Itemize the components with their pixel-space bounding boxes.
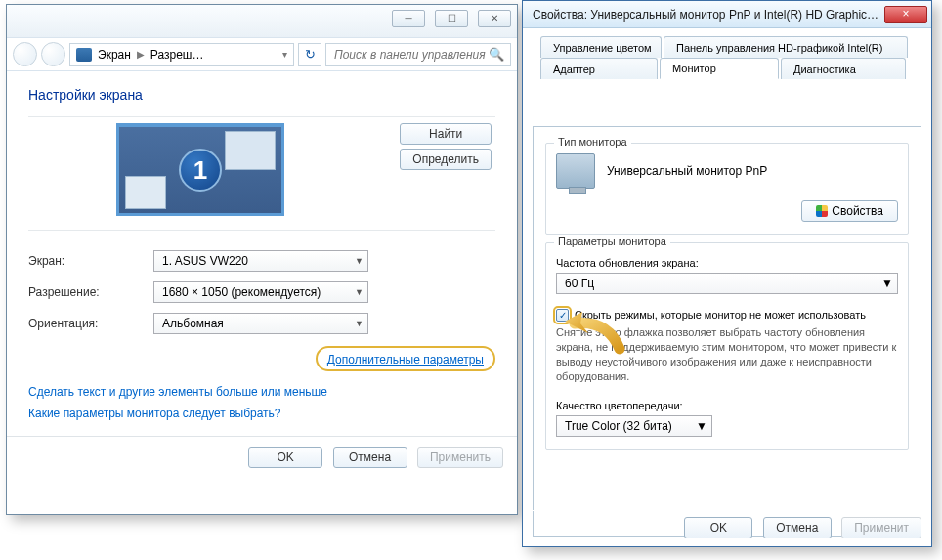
chevron-down-icon: ▼ — [355, 256, 364, 266]
maximize-button[interactable]: ☐ — [435, 10, 468, 27]
orientation-select[interactable]: Альбомная ▼ — [153, 313, 368, 334]
display-preview-area: 1 Найти Определить — [28, 116, 495, 231]
which-settings-link[interactable]: Какие параметры монитора следует выбрать… — [28, 407, 495, 420]
monitor-icon — [76, 48, 92, 62]
chevron-right-icon: ▶ — [137, 49, 145, 60]
shield-icon — [816, 205, 828, 217]
tab-intel-panel[interactable]: Панель управления HD-графикой Intel(R) — [664, 36, 908, 58]
hide-modes-checkbox[interactable]: ✓ — [556, 309, 569, 322]
highlight-oval: Дополнительные параметры — [316, 346, 495, 371]
window-controls-bar: ─ ☐ ✕ — [7, 5, 517, 38]
group-title: Тип монитора — [554, 136, 631, 148]
resolution-label: Разрешение: — [28, 285, 153, 299]
text-size-link[interactable]: Сделать текст и другие элементы больше и… — [28, 385, 495, 399]
chevron-down-icon: ▼ — [881, 277, 893, 290]
breadcrumb-item[interactable]: Экран — [98, 48, 131, 62]
tab-diagnostics[interactable]: Диагностика — [781, 58, 906, 79]
screen-select[interactable]: 1. ASUS VW220 ▼ — [153, 250, 368, 272]
forward-button[interactable] — [41, 42, 65, 66]
monitor-name: Универсальный монитор PnP — [607, 164, 898, 178]
breadcrumb[interactable]: Экран ▶ Разреш… ▾ — [69, 43, 294, 66]
monitor-settings-group: Параметры монитора Частота обновления эк… — [545, 242, 909, 450]
ok-button[interactable]: OK — [684, 517, 752, 538]
tab-color-management[interactable]: Управление цветом — [540, 36, 662, 58]
monitor-properties-window: Свойства: Универсальный монитор PnP и In… — [522, 0, 932, 547]
chevron-down-icon: ▼ — [355, 319, 364, 328]
page-title: Настройки экрана — [28, 87, 495, 103]
cancel-button[interactable]: Отмена — [763, 517, 832, 538]
display-number: 1 — [179, 149, 222, 192]
advanced-settings-link[interactable]: Дополнительные параметры — [327, 353, 484, 366]
display-thumbnail-1[interactable]: 1 — [116, 123, 284, 216]
chevron-down-icon: ▼ — [696, 419, 707, 433]
resolution-select[interactable]: 1680 × 1050 (рекомендуется) ▼ — [153, 281, 368, 303]
hide-modes-help: Снятие этого флажка позволяет выбрать ча… — [556, 325, 898, 383]
close-button[interactable]: × — [884, 6, 927, 23]
ok-button[interactable]: OK — [248, 447, 322, 468]
color-quality-value: True Color (32 бита) — [565, 419, 672, 433]
dialog-footer: OK Отмена Применить — [7, 436, 517, 478]
back-button[interactable] — [13, 42, 37, 66]
search-field[interactable] — [332, 47, 489, 63]
preview-window-icon — [125, 176, 166, 209]
monitor-icon — [556, 153, 595, 189]
title-bar: Свойства: Универсальный монитор PnP и In… — [523, 1, 931, 28]
apply-button: Применить — [417, 447, 503, 468]
hide-modes-label: Скрыть режимы, которые монитор не может … — [575, 308, 866, 322]
apply-button: Применит — [841, 517, 921, 538]
refresh-rate-value: 60 Гц — [565, 277, 594, 290]
tab-panel-monitor: Тип монитора Универсальный монитор PnP С… — [533, 126, 921, 537]
monitor-type-group: Тип монитора Универсальный монитор PnP С… — [545, 143, 909, 235]
group-title: Параметры монитора — [554, 236, 670, 247]
minimize-button[interactable]: ─ — [392, 10, 425, 27]
detect-button[interactable]: Определить — [400, 149, 492, 170]
orientation-value: Альбомная — [162, 317, 224, 330]
window-title: Свойства: Универсальный монитор PnP и In… — [533, 8, 884, 22]
properties-button[interactable]: Свойства — [801, 200, 898, 222]
tab-monitor[interactable]: Монитор — [660, 58, 779, 79]
close-button[interactable]: ✕ — [478, 10, 511, 27]
cancel-button[interactable]: Отмена — [333, 447, 407, 468]
resolution-value: 1680 × 1050 (рекомендуется) — [162, 285, 321, 299]
color-quality-select[interactable]: True Color (32 бита) ▼ — [556, 415, 712, 437]
nav-bar: Экран ▶ Разреш… ▾ ↻ 🔍 — [7, 38, 517, 71]
search-input[interactable]: 🔍 — [325, 43, 511, 66]
properties-label: Свойства — [832, 204, 883, 218]
display-settings-window: ─ ☐ ✕ Экран ▶ Разреш… ▾ ↻ 🔍 Настройки эк… — [6, 4, 518, 515]
refresh-rate-label: Частота обновления экрана: — [556, 257, 898, 269]
refresh-button[interactable]: ↻ — [298, 43, 321, 66]
chevron-down-icon: ▼ — [355, 287, 364, 297]
search-icon[interactable]: 🔍 — [489, 47, 504, 62]
chevron-down-icon[interactable]: ▾ — [282, 49, 287, 60]
dialog-footer: OK Отмена Применит — [533, 510, 921, 538]
color-quality-label: Качество цветопередачи: — [556, 400, 898, 411]
preview-window-icon — [225, 131, 276, 170]
identify-button[interactable]: Найти — [400, 123, 492, 145]
refresh-rate-select[interactable]: 60 Гц ▼ — [556, 273, 898, 294]
tab-adapter[interactable]: Адаптер — [540, 58, 658, 79]
screen-value: 1. ASUS VW220 — [162, 254, 248, 268]
tab-strip: Управление цветом Панель управления HD-г… — [533, 36, 921, 83]
breadcrumb-item[interactable]: Разреш… — [150, 48, 204, 62]
screen-label: Экран: — [28, 254, 153, 268]
orientation-label: Ориентация: — [28, 317, 153, 330]
